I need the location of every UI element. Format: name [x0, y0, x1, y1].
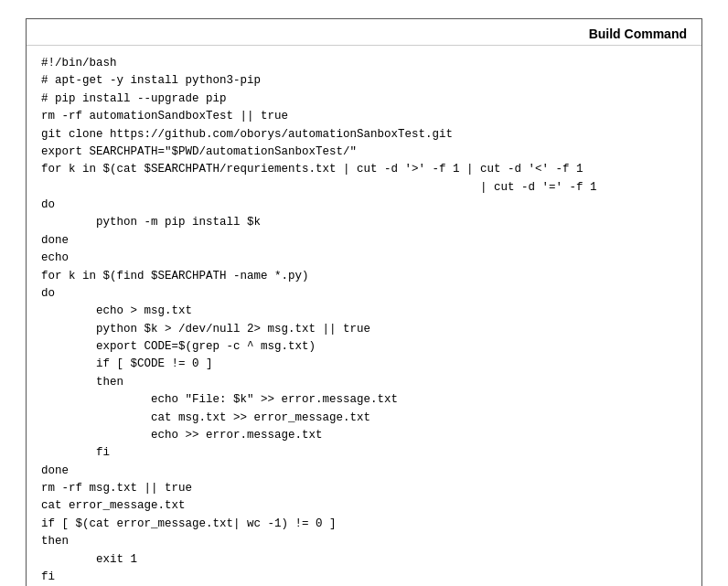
- panel-title: Build Command: [589, 27, 687, 41]
- code-body: #!/bin/bash # apt-get -y install python3…: [27, 46, 701, 586]
- code-header: Build Command: [27, 19, 701, 46]
- code-panel: Build Command #!/bin/bash # apt-get -y i…: [26, 18, 702, 586]
- page-container: Build Command #!/bin/bash # apt-get -y i…: [0, 0, 728, 586]
